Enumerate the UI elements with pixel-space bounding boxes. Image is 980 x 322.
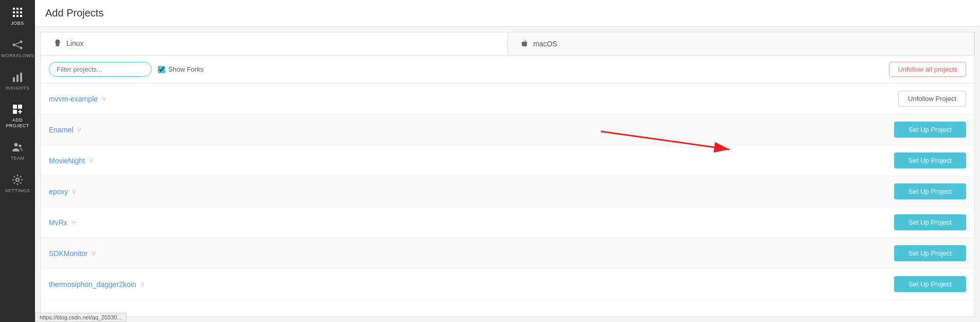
project-name[interactable]: Enamel (49, 126, 73, 134)
project-name[interactable]: thermosiphon_dagger2koin (49, 280, 136, 289)
project-name[interactable]: MvRx (49, 218, 67, 227)
svg-rect-5 (20, 11, 22, 13)
tab-macos[interactable]: macOS (508, 32, 975, 55)
sidebar-item-team-label: TEAM (10, 156, 24, 161)
bar-chart-icon (11, 71, 24, 83)
table-row: MvRx ⑂ Set Up Project (41, 207, 974, 238)
sidebar-item-jobs[interactable]: JOBS (0, 0, 35, 32)
project-actions: Set Up Project (894, 152, 966, 168)
svg-rect-0 (13, 8, 15, 10)
svg-rect-17 (13, 105, 17, 109)
team-icon (11, 141, 24, 154)
svg-rect-19 (13, 110, 17, 114)
show-forks-checkbox-label[interactable]: Show Forks (158, 65, 204, 73)
sidebar-item-settings-label: SETTINGS (5, 188, 30, 194)
projects-container: Linux macOS Show Forks Unfollow all proj… (40, 32, 975, 317)
table-row: MovieNight ⑂ Set Up Project (41, 145, 974, 176)
project-name[interactable]: MovieNight (49, 157, 85, 165)
svg-rect-4 (16, 11, 19, 13)
table-row: mvvm-example ⑂ Unfollow Project (41, 83, 974, 114)
filter-projects-input[interactable] (49, 62, 152, 77)
unfollow-project-button[interactable]: Unfollow Project (898, 91, 966, 107)
tab-linux[interactable]: Linux (41, 32, 508, 55)
project-actions: Set Up Project (894, 183, 966, 199)
sidebar-item-jobs-label: JOBS (11, 21, 24, 26)
table-row: SDKMonitor ⑂ Set Up Project (41, 238, 974, 269)
sidebar-item-workflows-label: WORKFLOWS (1, 53, 34, 59)
svg-rect-15 (16, 75, 19, 82)
sidebar-item-settings[interactable]: SETTINGS (0, 167, 35, 200)
fork-icon: ⑂ (77, 126, 81, 134)
page-title: Add Projects (45, 7, 103, 19)
svg-rect-6 (13, 15, 15, 17)
show-forks-label: Show Forks (168, 65, 204, 73)
grid-icon (11, 6, 24, 19)
project-actions: Set Up Project (894, 214, 966, 230)
fork-icon: ⑂ (102, 95, 106, 103)
svg-line-12 (15, 42, 20, 44)
svg-rect-7 (16, 15, 19, 17)
table-row: epoxy ⑂ Set Up Project (41, 176, 974, 207)
svg-rect-8 (20, 15, 22, 17)
sidebar-item-add-project-label: ADDPROJECT (6, 117, 29, 129)
add-project-icon (11, 103, 24, 115)
unfollow-all-projects-button[interactable]: Unfollow all projects (889, 62, 966, 77)
filter-row: Show Forks Unfollow all projects (41, 56, 974, 83)
set-up-project-button[interactable]: Set Up Project (894, 214, 966, 230)
project-actions: Unfollow Project (898, 91, 966, 107)
svg-rect-2 (20, 8, 22, 10)
fork-icon: ⑂ (140, 280, 145, 289)
workflows-icon (11, 39, 24, 51)
show-forks-checkbox[interactable] (158, 66, 165, 73)
svg-point-22 (14, 143, 18, 146)
set-up-project-button[interactable]: Set Up Project (894, 122, 966, 138)
svg-rect-18 (18, 105, 22, 109)
svg-line-13 (15, 45, 20, 47)
set-up-project-button[interactable]: Set Up Project (894, 245, 966, 261)
fork-icon: ⑂ (92, 249, 96, 258)
svg-point-11 (20, 46, 23, 49)
fork-icon: ⑂ (72, 218, 76, 227)
project-actions: Set Up Project (894, 245, 966, 261)
apple-icon (520, 39, 529, 48)
svg-rect-16 (20, 73, 22, 82)
sidebar-item-insights[interactable]: INSIGHTS (0, 65, 35, 97)
fork-icon: ⑂ (89, 157, 93, 165)
url-tooltip: https://blog.csdn.net/qq_20330... (35, 313, 127, 322)
linux-icon (53, 39, 62, 48)
project-actions: Set Up Project (894, 276, 966, 292)
project-name[interactable]: SDKMonitor (49, 249, 87, 258)
svg-point-24 (16, 178, 19, 181)
sidebar: JOBS WORKFLOWS INSIGHTS ADDPROJECT TEAM (0, 0, 35, 322)
main-content: Add Projects Linux macOS Show Fork (35, 0, 980, 322)
tab-macos-label: macOS (533, 40, 558, 48)
fork-icon: ⑂ (72, 188, 76, 196)
sidebar-item-team[interactable]: TEAM (0, 135, 35, 167)
set-up-project-button[interactable]: Set Up Project (894, 183, 966, 199)
svg-point-9 (13, 43, 15, 46)
project-actions: Set Up Project (894, 122, 966, 138)
page-header: Add Projects (35, 0, 980, 27)
sidebar-item-workflows[interactable]: WORKFLOWS (0, 32, 35, 65)
os-tabs: Linux macOS (41, 32, 974, 56)
sidebar-item-insights-label: INSIGHTS (6, 86, 30, 91)
svg-rect-3 (13, 11, 15, 13)
set-up-project-button[interactable]: Set Up Project (894, 152, 966, 168)
table-row: thermosiphon_dagger2koin ⑂ Set Up Projec… (41, 269, 974, 300)
svg-rect-14 (13, 77, 15, 82)
settings-icon (11, 174, 24, 186)
svg-point-10 (20, 40, 23, 43)
svg-point-23 (19, 144, 22, 147)
sidebar-item-add-project[interactable]: ADDPROJECT (0, 97, 35, 135)
project-name[interactable]: epoxy (49, 188, 68, 196)
tab-linux-label: Linux (66, 39, 83, 47)
svg-rect-1 (16, 8, 19, 10)
set-up-project-button[interactable]: Set Up Project (894, 276, 966, 292)
project-list: mvvm-example ⑂ Unfollow Project Enamel ⑂… (41, 83, 974, 300)
table-row: Enamel ⑂ Set Up Project (41, 114, 974, 145)
project-name[interactable]: mvvm-example (49, 95, 98, 103)
